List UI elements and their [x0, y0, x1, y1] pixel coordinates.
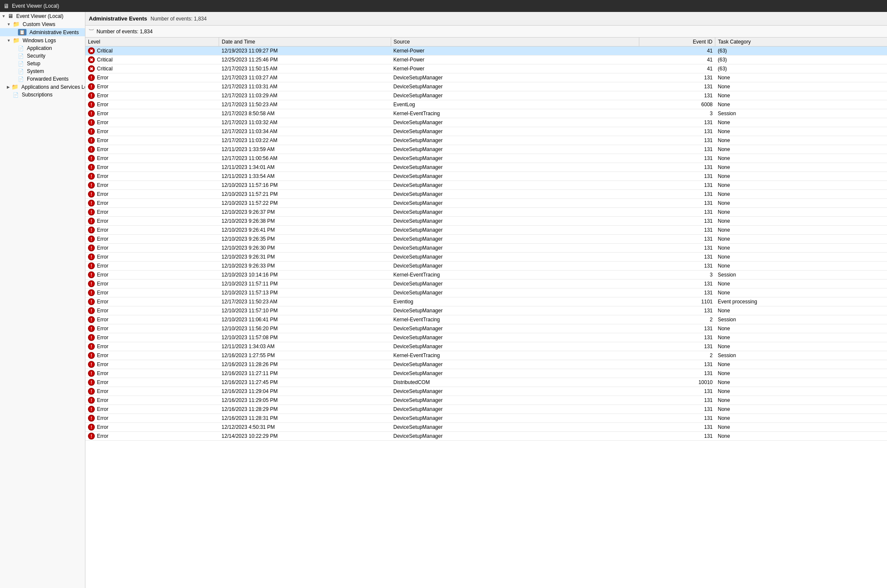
table-row[interactable]: ! Error 12/16/2023 11:28:29 PMDeviceSetu… [85, 405, 887, 414]
cell-datetime: 12/10/2023 11:57:13 PM [219, 288, 391, 297]
table-row[interactable]: ! Error 12/17/2023 11:03:31 AMDeviceSetu… [85, 82, 887, 91]
col-header-datetime[interactable]: Date and Time [219, 38, 391, 47]
table-row[interactable]: ! Error 12/10/2023 11:57:11 PMDeviceSetu… [85, 279, 887, 288]
sidebar-item-event-viewer-local[interactable]: ▼🖥Event Viewer (Local) [0, 12, 85, 20]
table-row[interactable]: ! Error 12/16/2023 11:27:11 PMDeviceSetu… [85, 369, 887, 378]
sidebar-item-security[interactable]: 📄Security [0, 52, 85, 60]
cell-taskcategory: Session [715, 271, 887, 279]
cell-level: ! Error [85, 91, 219, 100]
table-row[interactable]: ! Error 12/16/2023 11:28:26 PMDeviceSetu… [85, 360, 887, 369]
sidebar-item-applications-and-services[interactable]: ▶📁Applications and Services Loc [0, 83, 85, 91]
cell-eventid: 131 [639, 324, 715, 333]
error-icon: ! [88, 119, 95, 126]
sidebar-item-system[interactable]: 📄System [0, 67, 85, 75]
table-row[interactable]: ! Error 12/10/2023 11:57:10 PMDeviceSetu… [85, 306, 887, 315]
doc-icon: 📄 [13, 92, 19, 98]
table-row[interactable]: ✖ Critical 12/19/2023 11:09:27 PMKernel-… [85, 47, 887, 55]
table-row[interactable]: ! Error 12/10/2023 11:57:13 PMDeviceSetu… [85, 288, 887, 297]
cell-eventid: 3 [639, 271, 715, 279]
table-row[interactable]: ! Error 12/11/2023 1:33:54 AMDeviceSetup… [85, 172, 887, 181]
error-icon: ! [88, 182, 95, 189]
sidebar-item-administrative-events[interactable]: 📋Administrative Events [0, 28, 85, 36]
table-row[interactable]: ! Error 12/10/2023 9:26:37 PMDeviceSetup… [85, 208, 887, 217]
table-row[interactable]: ! Error 12/10/2023 11:06:41 PMKernel-Eve… [85, 315, 887, 324]
table-row[interactable]: ! Error 12/10/2023 9:26:41 PMDeviceSetup… [85, 226, 887, 235]
table-row[interactable]: ✖ Critical 12/25/2023 11:25:46 PMKernel-… [85, 55, 887, 64]
table-row[interactable]: ! Error 12/10/2023 11:57:21 PMDeviceSetu… [85, 190, 887, 199]
table-row[interactable]: ! Error 12/10/2023 11:57:22 PMDeviceSetu… [85, 199, 887, 208]
cell-eventid: 131 [639, 91, 715, 100]
sidebar-item-forwarded-events[interactable]: 📄Forwarded Events [0, 75, 85, 83]
col-header-level[interactable]: Level [85, 38, 219, 47]
cell-source: DeviceSetupManager [391, 118, 639, 127]
cell-level: ✖ Critical [85, 64, 219, 73]
content-header: Administrative Events Number of events: … [85, 12, 887, 26]
col-header-taskcategory[interactable]: Task Category [715, 38, 887, 47]
table-row[interactable]: ! Error 12/16/2023 1:27:55 PMKernel-Even… [85, 351, 887, 360]
table-row[interactable]: ! Error 12/10/2023 11:57:08 PMDeviceSetu… [85, 333, 887, 342]
table-row[interactable]: ! Error 12/16/2023 11:29:05 PMDeviceSetu… [85, 396, 887, 405]
error-icon: ! [88, 164, 95, 171]
table-row[interactable]: ! Error 12/16/2023 11:27:45 PMDistribute… [85, 378, 887, 387]
table-row[interactable]: ! Error 12/14/2023 10:22:29 PMDeviceSetu… [85, 432, 887, 441]
cell-eventid: 131 [639, 279, 715, 288]
sidebar-item-windows-logs[interactable]: ▼📁Windows Logs [0, 36, 85, 44]
sidebar-item-subscriptions[interactable]: 📄Subscriptions [0, 91, 85, 99]
table-row[interactable]: ! Error 12/10/2023 9:26:35 PMDeviceSetup… [85, 235, 887, 244]
cell-source: DeviceSetupManager [391, 262, 639, 271]
doc-icon: 📄 [18, 46, 24, 51]
table-row[interactable]: ! Error 12/10/2023 9:26:33 PMDeviceSetup… [85, 262, 887, 271]
table-row[interactable]: ! Error 12/17/2023 11:50:23 AMEventLog60… [85, 100, 887, 109]
cell-taskcategory: None [715, 181, 887, 190]
content-title: Administrative Events [89, 15, 147, 22]
table-row[interactable]: ! Error 12/17/2023 11:00:56 AMDeviceSetu… [85, 154, 887, 163]
level-label: Error [97, 245, 108, 251]
cell-eventid: 6008 [639, 100, 715, 109]
cell-datetime: 12/17/2023 11:03:27 AM [219, 73, 391, 82]
cell-taskcategory: None [715, 369, 887, 378]
table-row[interactable]: ! Error 12/17/2023 8:50:58 AMKernel-Even… [85, 109, 887, 118]
cell-taskcategory: None [715, 387, 887, 396]
sidebar-item-application[interactable]: 📄Application [0, 44, 85, 52]
table-row[interactable]: ! Error 12/11/2023 1:34:01 AMDeviceSetup… [85, 163, 887, 172]
table-row[interactable]: ! Error 12/11/2023 1:33:59 AMDeviceSetup… [85, 145, 887, 154]
cell-source: EventLog [391, 100, 639, 109]
table-row[interactable]: ! Error 12/17/2023 11:03:27 AMDeviceSetu… [85, 73, 887, 82]
cell-eventid: 131 [639, 405, 715, 414]
cell-level: ! Error [85, 342, 219, 351]
cell-eventid: 131 [639, 414, 715, 423]
cell-eventid: 131 [639, 208, 715, 217]
table-row[interactable]: ! Error 12/10/2023 11:56:20 PMDeviceSetu… [85, 324, 887, 333]
table-row[interactable]: ! Error 12/10/2023 9:26:30 PMDeviceSetup… [85, 244, 887, 253]
cell-eventid: 131 [639, 172, 715, 181]
table-row[interactable]: ! Error 12/16/2023 11:29:04 PMDeviceSetu… [85, 387, 887, 396]
cell-level: ! Error [85, 145, 219, 154]
table-row[interactable]: ! Error 12/11/2023 1:34:03 AMDeviceSetup… [85, 342, 887, 351]
table-row[interactable]: ! Error 12/10/2023 9:26:38 PMDeviceSetup… [85, 217, 887, 226]
cell-taskcategory: None [715, 244, 887, 253]
table-row[interactable]: ✖ Critical 12/17/2023 11:50:15 AMKernel-… [85, 64, 887, 73]
col-header-eventid[interactable]: Event ID [639, 38, 715, 47]
cell-source: DeviceSetupManager [391, 199, 639, 208]
cell-taskcategory: None [715, 235, 887, 244]
sidebar-item-setup[interactable]: 📄Setup [0, 60, 85, 67]
cell-source: Kernel-Power [391, 64, 639, 73]
table-row[interactable]: ! Error 12/10/2023 11:57:16 PMDeviceSetu… [85, 181, 887, 190]
table-row[interactable]: ! Error 12/10/2023 10:14:16 PMKernel-Eve… [85, 271, 887, 279]
table-row[interactable]: ! Error 12/17/2023 11:50:23 AMEventlog11… [85, 297, 887, 306]
table-row[interactable]: ! Error 12/17/2023 11:03:32 AMDeviceSetu… [85, 118, 887, 127]
cell-source: DeviceSetupManager [391, 387, 639, 396]
col-header-source[interactable]: Source [391, 38, 639, 47]
cell-source: DeviceSetupManager [391, 208, 639, 217]
table-row[interactable]: ! Error 12/10/2023 9:26:31 PMDeviceSetup… [85, 253, 887, 262]
table-row[interactable]: ! Error 12/17/2023 11:03:22 AMDeviceSetu… [85, 136, 887, 145]
level-label: Error [97, 102, 108, 108]
cell-source: DeviceSetupManager [391, 136, 639, 145]
table-row[interactable]: ! Error 12/16/2023 11:28:31 PMDeviceSetu… [85, 414, 887, 423]
table-row[interactable]: ! Error 12/12/2023 4:50:31 PMDeviceSetup… [85, 423, 887, 432]
sidebar-item-custom-views[interactable]: ▼📁Custom Views [0, 20, 85, 28]
table-row[interactable]: ! Error 12/17/2023 11:03:29 AMDeviceSetu… [85, 91, 887, 100]
table-row[interactable]: ! Error 12/17/2023 11:03:34 AMDeviceSetu… [85, 127, 887, 136]
table-container[interactable]: Level Date and Time Source Event ID Task… [85, 38, 887, 588]
cell-datetime: 12/16/2023 11:29:05 PM [219, 396, 391, 405]
